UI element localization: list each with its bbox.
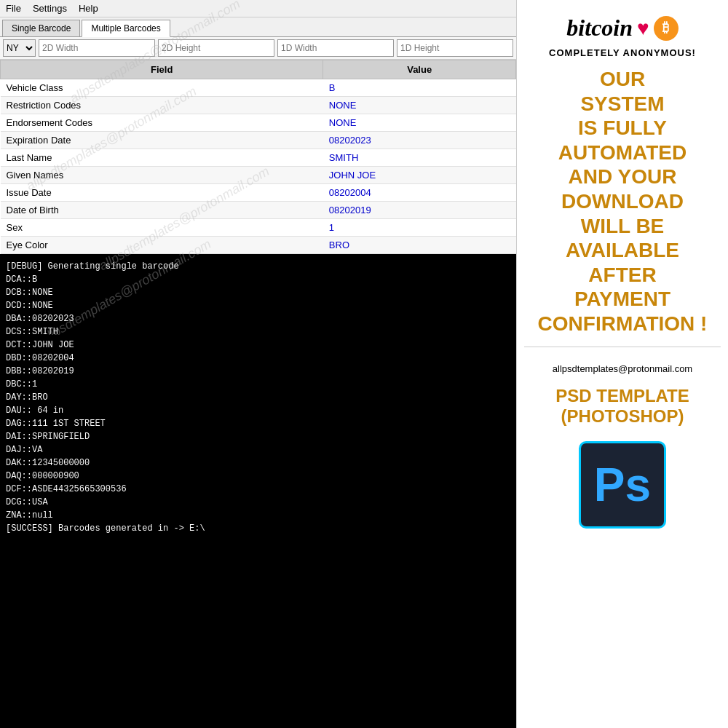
table-body: Vehicle ClassBRestriction CodesNONEEndor… [1,79,516,254]
table-row: Date of Birth08202019 [1,202,516,219]
table-row: Eye ColorBRO [1,237,516,254]
value-cell: 08202023 [323,132,516,149]
value-cell: BRO [323,237,516,254]
tab-multiple-barcodes[interactable]: Multiple Barcodes [82,20,170,37]
value-cell: SMITH [323,149,516,167]
1d-height-input[interactable] [397,39,513,57]
value-cell: JOHN JOE [323,167,516,184]
promo-text: OUR SYSTEM IS FULLY AUTOMATED AND YOUR D… [538,67,708,336]
field-cell: Endorsement Codes [1,114,323,132]
email-text: allpsdtemplates@protonmail.com [553,363,692,374]
field-cell: Vehicle Class [1,79,323,97]
value-cell: NONE [323,97,516,114]
field-cell: Sex [1,219,323,237]
table-row: Sex1 [1,219,516,237]
value-cell: NONE [323,114,516,132]
col-header-field: Field [1,60,323,79]
bitcoin-title: bitcoin [566,15,633,41]
table-row: Endorsement CodesNONE [1,114,516,132]
menu-help[interactable]: Help [79,3,98,14]
field-cell: Restriction Codes [1,97,323,114]
field-cell: Date of Birth [1,202,323,219]
bitcoin-header: bitcoin ♥ ₿ [566,15,678,41]
field-cell: Given Names [1,167,323,184]
right-panel: bitcoin ♥ ₿ COMPLETELY ANONYMOUS! OUR SY… [517,0,728,728]
field-cell: Eye Color [1,237,323,254]
ps-logo: Ps [579,441,666,529]
anonymous-text: COMPLETELY ANONYMOUS! [549,47,696,58]
table-row: Given NamesJOHN JOE [1,167,516,184]
table-wrapper: Field Value Vehicle ClassBRestriction Co… [0,60,516,254]
2d-height-input[interactable] [158,39,274,57]
toolbar-row: NY CA TX FL [0,37,516,60]
heart-icon: ♥ [637,17,649,40]
menu-settings[interactable]: Settings [33,3,67,14]
col-header-value: Value [323,60,516,79]
state-select[interactable]: NY CA TX FL [3,39,36,57]
divider [524,347,721,347]
psd-text: PSD TEMPLATE (PHOTOSHOP) [555,386,689,427]
2d-width-input[interactable] [39,39,155,57]
menu-bar: File Settings Help [0,0,516,17]
data-table: Field Value Vehicle ClassBRestriction Co… [0,60,516,254]
1d-width-input[interactable] [277,39,394,57]
value-cell: 08202004 [323,184,516,202]
field-cell: Issue Date [1,184,323,202]
ps-letters: Ps [594,458,651,512]
bitcoin-coin-icon: ₿ [654,16,678,41]
value-cell: 1 [323,219,516,237]
table-row: Last NameSMITH [1,149,516,167]
table-row: Vehicle ClassB [1,79,516,97]
tabs-bar: Single Barcode Multiple Barcodes [0,17,516,37]
value-cell: B [323,79,516,97]
field-cell: Expiration Date [1,132,323,149]
field-cell: Last Name [1,149,323,167]
menu-file[interactable]: File [6,3,21,14]
table-row: Restriction CodesNONE [1,97,516,114]
table-row: Issue Date08202004 [1,184,516,202]
value-cell: 08202019 [323,202,516,219]
tab-single-barcode[interactable]: Single Barcode [2,20,80,36]
left-panel: File Settings Help Single Barcode Multip… [0,0,517,728]
console-area: [DEBUG] Generating single barcode DCA::B… [0,254,516,728]
table-row: Expiration Date08202023 [1,132,516,149]
